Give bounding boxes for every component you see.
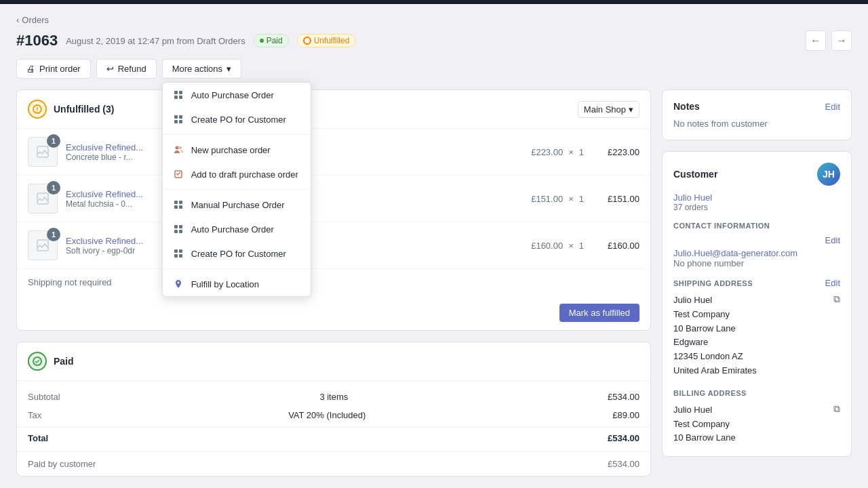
customer-name[interactable]: Julio Huel xyxy=(673,192,712,203)
item-img-wrap-1: 1 xyxy=(28,137,58,167)
total-row: Total £534.00 xyxy=(17,427,650,449)
svg-rect-17 xyxy=(174,230,178,233)
subtotal-items: 3 items xyxy=(319,392,348,402)
total-amount: £534.00 xyxy=(608,433,639,443)
paid-by-amount: £534.00 xyxy=(608,459,639,469)
customer-title: Customer xyxy=(673,169,717,180)
dropdown-item-create-po-customer-2[interactable]: Create PO for Customer xyxy=(163,241,311,266)
svg-rect-15 xyxy=(174,225,178,228)
dropdown-divider-1 xyxy=(163,134,311,135)
svg-rect-6 xyxy=(174,120,178,123)
shipping-address: Julio Huel Test Company 10 Barrow Lane E… xyxy=(673,293,757,378)
shop-name: Main Shop xyxy=(584,104,626,115)
svg-point-8 xyxy=(175,146,178,150)
dropdown-item-add-draft-po[interactable]: Add to draft purchase order xyxy=(163,162,311,186)
grid-icon-1 xyxy=(172,89,184,101)
shop-chevron-icon: ▾ xyxy=(629,104,633,115)
grid-icon-2 xyxy=(172,113,184,125)
billing-address: Julio Huel Test Company 10 Barrow Lane xyxy=(673,403,736,445)
grid-icon-5 xyxy=(172,247,184,260)
item-qty-2: 1 xyxy=(579,194,584,204)
left-column: Unfulfilled (3) Main Shop ▾ 1 xyxy=(16,89,651,487)
nav-back-button[interactable]: ← xyxy=(806,30,826,51)
grid-icon-4 xyxy=(172,223,184,235)
dropdown-label-fulfill-location: Fulfill by Location xyxy=(191,279,259,289)
order-meta: August 2, 2019 at 12:47 pm from Draft Or… xyxy=(66,36,245,46)
tax-detail: VAT 20% (Included) xyxy=(288,410,366,420)
subtotal-row: Subtotal 3 items £534.00 xyxy=(17,388,650,406)
refund-button[interactable]: ↩ Refund xyxy=(96,59,157,79)
contact-edit-button[interactable]: Edit xyxy=(825,235,840,245)
shop-selector[interactable]: Main Shop ▾ xyxy=(578,101,639,118)
print-order-button[interactable]: 🖨 Print order xyxy=(16,59,91,79)
dropdown-item-new-po[interactable]: New purchase order xyxy=(163,138,311,162)
svg-rect-2 xyxy=(174,96,178,99)
item-x-3: × xyxy=(568,241,574,251)
item-qty-3: 1 xyxy=(579,241,584,251)
paid-by-row: Paid by customer £534.00 xyxy=(17,451,650,476)
mark-as-fulfilled-button[interactable]: Mark as fulfilled xyxy=(559,304,639,322)
svg-rect-16 xyxy=(179,225,182,228)
dropdown-item-manual-po[interactable]: Manual Purchase Order xyxy=(163,192,311,217)
dropdown-item-auto-po-2[interactable]: Auto Purchase Order xyxy=(163,217,311,241)
unfulfilled-badge-label: Unfulfilled xyxy=(314,36,350,45)
svg-rect-0 xyxy=(174,91,178,94)
contact-phone: No phone number xyxy=(673,258,840,268)
nav-forward-button[interactable]: → xyxy=(831,30,852,51)
subtotal-label: Subtotal xyxy=(28,392,60,402)
unfulfilled-card: Unfulfilled (3) Main Shop ▾ 1 xyxy=(16,89,651,331)
right-column: Notes Edit No notes from customer Custom… xyxy=(662,89,852,487)
unfulfilled-badge: Unfulfilled xyxy=(297,34,356,47)
people-icon-2 xyxy=(172,168,184,180)
item-total-1: £223.00 xyxy=(592,147,639,157)
unfulfilled-status-icon xyxy=(28,100,47,119)
svg-rect-21 xyxy=(174,254,178,258)
unfulfilled-badge-icon xyxy=(303,37,311,45)
unfulfilled-card-header: Unfulfilled (3) Main Shop ▾ xyxy=(17,90,650,129)
dropdown-label-auto-po: Auto Purchase Order xyxy=(191,90,274,100)
dropdown-divider-2 xyxy=(163,189,311,190)
tax-row: Tax VAT 20% (Included) £89.00 xyxy=(17,406,650,424)
item-qty-badge-3: 1 xyxy=(47,228,60,241)
item-qty-badge-2: 1 xyxy=(47,181,60,195)
subtotal-amount: £534.00 xyxy=(608,392,639,402)
dropdown-divider-3 xyxy=(163,268,311,269)
more-actions-container: More actions ▾ Auto Purchase Order Creat… xyxy=(162,59,241,79)
notes-header: Notes Edit xyxy=(673,101,840,112)
paid-by-label: Paid by customer xyxy=(28,459,96,469)
dropdown-item-fulfill-location[interactable]: Fulfill by Location xyxy=(163,272,311,296)
unfulfilled-title: Unfulfilled (3) xyxy=(28,100,114,119)
item-qty-badge-1: 1 xyxy=(47,134,60,148)
order-number: #1063 xyxy=(16,32,58,49)
paid-badge: Paid xyxy=(254,34,289,47)
contact-email[interactable]: Julio.Huel@data-generator.com xyxy=(673,248,840,258)
order-item-2: 1 Exclusive Refined... Metal fuchsia - 0… xyxy=(17,176,650,222)
shipping-edit-button[interactable]: Edit xyxy=(825,278,840,288)
svg-rect-5 xyxy=(179,115,182,119)
unfulfilled-card-footer: Mark as fulfilled xyxy=(17,296,650,330)
item-total-3: £160.00 xyxy=(592,241,639,251)
order-item-3: 1 Exclusive Refined... Soft ivory - egp-… xyxy=(17,222,650,269)
breadcrumb-orders-link[interactable]: Orders xyxy=(22,15,49,25)
chevron-down-icon: ▾ xyxy=(226,64,231,74)
customer-orders: 37 orders xyxy=(673,203,712,212)
billing-copy-icon[interactable]: ⧉ xyxy=(833,403,840,415)
dropdown-label-create-po-customer-2: Create PO for Customer xyxy=(191,249,286,259)
content-grid: Unfulfilled (3) Main Shop ▾ 1 xyxy=(16,89,852,487)
dropdown-item-auto-po[interactable]: Auto Purchase Order xyxy=(163,83,311,107)
item-x-2: × xyxy=(568,194,574,204)
paid-title: Paid xyxy=(54,356,74,367)
customer-info-row: Julio Huel 37 orders xyxy=(673,192,840,212)
notes-edit-button[interactable]: Edit xyxy=(825,102,840,112)
notes-card: Notes Edit No notes from customer xyxy=(662,89,852,140)
item-img-wrap-3: 1 xyxy=(28,230,58,260)
shipping-copy-icon[interactable]: ⧉ xyxy=(833,293,840,305)
more-actions-button[interactable]: More actions ▾ xyxy=(162,59,241,79)
grid-icon-3 xyxy=(172,199,184,211)
location-icon xyxy=(172,278,184,290)
item-total-2: £151.00 xyxy=(592,194,639,204)
customer-header: Customer JH xyxy=(673,163,840,186)
svg-rect-19 xyxy=(174,249,178,253)
refund-label: Refund xyxy=(118,64,146,74)
dropdown-item-create-po-customer[interactable]: Create PO for Customer xyxy=(163,107,311,131)
